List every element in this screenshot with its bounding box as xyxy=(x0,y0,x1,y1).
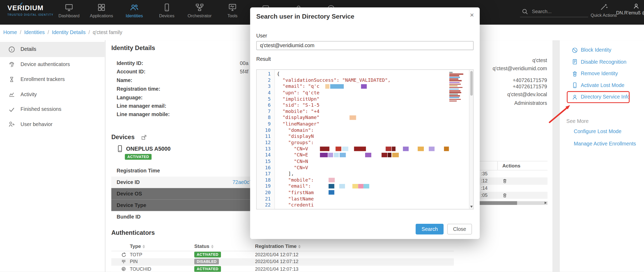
field-label: Identity ID: xyxy=(117,61,240,66)
remove-identity-button[interactable]: Remove Identity xyxy=(572,69,618,78)
breadcrumb-identity-details[interactable]: Identity Details xyxy=(52,30,85,35)
quick-actions-button[interactable]: Quick Actions xyxy=(587,3,620,18)
user-field-label: User xyxy=(256,33,267,39)
editor-scrollbar[interactable] xyxy=(469,70,473,209)
sidebar-item-finished-sessions[interactable]: Finished sessions xyxy=(0,102,105,117)
trash-icon xyxy=(502,193,507,198)
nav-label: Identities xyxy=(118,13,151,18)
nav-item-identities[interactable]: Identities xyxy=(118,3,151,18)
summary-email: q'ctest@veridiumid.com xyxy=(493,66,547,72)
nav-item-devices[interactable]: Devices xyxy=(150,3,183,18)
nav-label: Applications xyxy=(85,13,118,18)
editor-code-line: "groups": xyxy=(275,140,469,146)
device-id-link[interactable]: 72ae0c7 xyxy=(232,179,252,185)
editor-line-number: 10 xyxy=(257,127,274,133)
json-result-editor[interactable]: 12345678910111213141516171819202122 { "v… xyxy=(256,69,474,209)
scrollbar-thumb[interactable] xyxy=(474,201,517,205)
sidebar-item-device-authenticators[interactable]: Device authenticators xyxy=(0,57,105,72)
disable-recognition-button[interactable]: Disable Recognition xyxy=(572,57,626,66)
editor-code-line: "domain": xyxy=(275,127,469,133)
minimap-line xyxy=(449,85,457,86)
redaction-block xyxy=(352,184,358,188)
field-label: Registration time: xyxy=(117,86,240,92)
redaction-block xyxy=(328,153,333,157)
session-row: :14 xyxy=(474,184,548,192)
person-icon xyxy=(572,94,578,100)
sort-icon xyxy=(298,244,301,248)
redaction-block xyxy=(361,84,367,89)
breadcrumb-separator: / xyxy=(48,30,49,35)
applications-icon xyxy=(97,3,106,12)
editor-line-number: 18 xyxy=(257,177,274,183)
check-icon xyxy=(8,106,15,113)
editor-scrollbar-thumb[interactable] xyxy=(470,71,472,96)
device-row-label: Registration Time xyxy=(117,168,232,174)
column-header-status[interactable]: Status xyxy=(194,243,213,249)
sessions-table-header: Actions xyxy=(474,161,548,170)
block-identity-button[interactable]: Block Identity xyxy=(572,46,611,55)
dashboard-icon xyxy=(64,3,73,12)
redaction-block xyxy=(330,84,344,89)
nav-item-orchestrator[interactable]: Orchestrator xyxy=(183,3,216,18)
device-row-label: Device ID xyxy=(117,179,232,185)
sidebar-item-activity[interactable]: Activity xyxy=(0,87,105,102)
redaction-block xyxy=(386,146,391,151)
veridium-logo[interactable]: VERIDIUM✓ TRUSTED DIGITAL IDENTITY xyxy=(7,4,53,16)
redaction-block xyxy=(429,146,435,151)
smartphone-icon xyxy=(117,145,123,154)
nav-label: Orchestrator xyxy=(183,13,216,18)
editor-code-line: "displayN xyxy=(275,133,469,140)
column-header-registration-time[interactable]: Registration Time xyxy=(255,243,301,249)
sidebar-item-enrollment-trackers[interactable]: Enrollment trackers xyxy=(0,72,105,87)
column-header-actions[interactable]: Actions xyxy=(497,161,548,170)
delete-row-button[interactable] xyxy=(502,193,507,199)
minimap-line xyxy=(449,72,453,73)
redaction-block xyxy=(418,146,424,151)
modal-close-icon[interactable]: × xyxy=(470,11,474,19)
sort-icon xyxy=(143,244,145,248)
redaction-block xyxy=(392,146,396,151)
horizontal-scrollbar[interactable] xyxy=(474,201,548,205)
close-button[interactable]: Close xyxy=(447,224,472,235)
sidebar-item-user-behavior[interactable]: User behavior xyxy=(0,117,105,132)
logo-title: VERIDIUM✓ xyxy=(7,4,53,12)
authenticator-type: TOTP xyxy=(130,252,142,257)
breadcrumb-identities[interactable]: Identities xyxy=(24,30,45,35)
minimap-line xyxy=(449,80,462,81)
editor-code-line: "upn": "q'cte xyxy=(275,90,469,96)
manage-active-enrollments-link[interactable]: Manage Active Enrollments xyxy=(574,141,636,146)
nav-search-input[interactable]: Search... xyxy=(520,6,588,17)
modal-title: Search user in Directory Service xyxy=(256,13,354,20)
scroll-right-arrow[interactable] xyxy=(545,202,547,204)
device-row-label: Device Type xyxy=(117,203,232,208)
nav-item-applications[interactable]: Applications xyxy=(85,3,118,18)
editor-code-line: "displayName" xyxy=(275,115,469,121)
breadcrumb-home[interactable]: Home xyxy=(3,30,17,35)
sidebar-item-label: Enrollment trackers xyxy=(20,77,65,82)
search-button[interactable]: Search xyxy=(416,224,443,235)
user-search-input[interactable] xyxy=(256,41,474,50)
sidebar-item-details[interactable]: Details xyxy=(0,42,105,57)
minimap-line xyxy=(449,87,462,88)
nav-item-tools[interactable]: Tools xyxy=(216,3,249,18)
field-label: Line manager email: xyxy=(117,103,240,109)
scroll-down-arrow[interactable] xyxy=(470,206,473,208)
redaction-block xyxy=(329,190,334,195)
editor-line-number: 21 xyxy=(257,196,274,202)
session-time-fragment: :14 xyxy=(481,186,488,191)
modal-footer: Search Close xyxy=(416,224,472,235)
minimap-line xyxy=(449,89,459,90)
quick-actions-icon xyxy=(600,3,608,11)
expand-devices-icon[interactable] xyxy=(141,134,147,142)
activate-lost-mode-button[interactable]: Activate Lost Mode xyxy=(572,81,624,90)
nav-item-dashboard[interactable]: Dashboard xyxy=(53,3,85,18)
editor-code-line: "firstNam xyxy=(275,189,469,196)
quick-actions-label: Quick Actions xyxy=(587,13,620,18)
user-menu[interactable]: DN.R'emuß @ xyxy=(616,3,644,15)
nav-label: Dashboard xyxy=(53,13,85,18)
column-header-type[interactable]: Type xyxy=(130,243,145,249)
directory-service-info-button[interactable]: Directory Service Info xyxy=(572,93,630,101)
configure-lost-mode-link[interactable]: Configure Lost Mode xyxy=(574,128,621,134)
delete-row-button[interactable] xyxy=(502,178,507,185)
summary-group: Administrators xyxy=(514,100,547,106)
